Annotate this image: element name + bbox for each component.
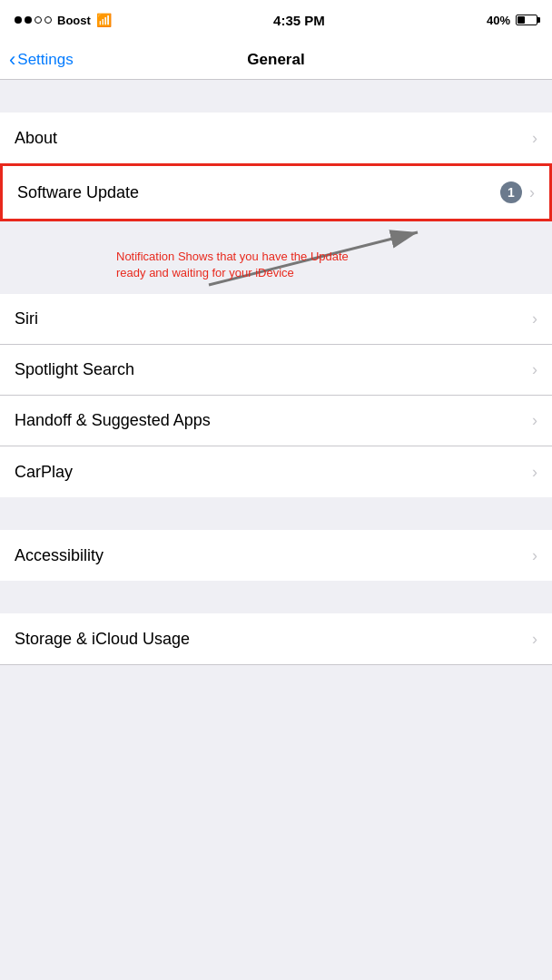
battery-body: [516, 15, 537, 25]
nav-bar: ‹ Settings General: [0, 40, 552, 80]
group-accessibility: Accessibility ›: [0, 530, 552, 581]
spotlight-chevron-icon: ›: [532, 360, 537, 379]
siri-row[interactable]: Siri ›: [0, 294, 552, 345]
battery-fill: [518, 16, 525, 24]
group-about: About ›: [0, 113, 552, 163]
software-update-badge: 1: [500, 181, 522, 203]
accessibility-row[interactable]: Accessibility ›: [0, 530, 552, 581]
storage-row[interactable]: Storage & iCloud Usage ›: [0, 613, 552, 664]
back-button[interactable]: ‹ Settings: [9, 50, 74, 70]
software-update-row[interactable]: Software Update 1 ›: [0, 163, 552, 221]
storage-chevron-icon: ›: [532, 630, 537, 649]
carplay-row[interactable]: CarPlay ›: [0, 446, 552, 497]
carplay-label: CarPlay: [15, 463, 73, 482]
section-gap-mid: [0, 497, 552, 530]
status-left: Boost 📶: [15, 13, 112, 27]
back-chevron-icon: ‹: [9, 50, 15, 70]
about-row-right: ›: [532, 129, 537, 148]
about-row[interactable]: About ›: [0, 113, 552, 163]
bottom-divider: [0, 664, 552, 665]
handoff-row-right: ›: [532, 411, 537, 430]
signal-dot-3: [34, 16, 42, 24]
handoff-row[interactable]: Handoff & Suggested Apps ›: [0, 396, 552, 446]
signal-dots: [15, 16, 52, 24]
nav-title: General: [247, 51, 304, 69]
signal-dot-4: [44, 16, 52, 24]
signal-dot-1: [15, 16, 22, 24]
annotation-area: Notification Shows that you have the Upd…: [0, 221, 552, 294]
accessibility-chevron-icon: ›: [532, 546, 537, 565]
accessibility-label: Accessibility: [15, 546, 104, 565]
battery-percent: 40%: [487, 14, 510, 27]
software-update-row-right: 1 ›: [500, 181, 535, 203]
carplay-row-right: ›: [532, 463, 537, 482]
spotlight-search-row-right: ›: [532, 360, 537, 379]
back-label: Settings: [17, 51, 73, 69]
section-gap-top: [0, 80, 552, 113]
siri-chevron-icon: ›: [532, 309, 537, 328]
storage-row-right: ›: [532, 630, 537, 649]
spotlight-search-row[interactable]: Spotlight Search ›: [0, 345, 552, 396]
section-gap-bottom: [0, 581, 552, 613]
signal-dot-2: [25, 16, 32, 24]
software-update-chevron-icon: ›: [529, 183, 535, 202]
carrier-label: Boost: [57, 14, 91, 27]
spotlight-search-label: Spotlight Search: [15, 360, 134, 379]
accessibility-row-right: ›: [532, 546, 537, 565]
siri-label: Siri: [15, 309, 69, 328]
annotation-text: Notification Shows that you have the Upd…: [116, 249, 352, 281]
handoff-chevron-icon: ›: [532, 411, 537, 430]
status-bar: Boost 📶 4:35 PM 40%: [0, 0, 552, 40]
group-main: Siri › Spotlight Search › Handoff & Sugg…: [0, 294, 552, 497]
storage-label: Storage & iCloud Usage: [15, 630, 190, 649]
siri-row-content: Siri: [15, 309, 532, 328]
carplay-chevron-icon: ›: [532, 463, 537, 482]
battery-icon: [516, 15, 537, 25]
siri-row-right: ›: [532, 309, 537, 328]
handoff-label: Handoff & Suggested Apps: [15, 411, 211, 430]
wifi-icon: 📶: [96, 13, 112, 27]
status-right: 40%: [487, 14, 537, 27]
group-storage: Storage & iCloud Usage ›: [0, 613, 552, 664]
about-chevron-icon: ›: [532, 129, 537, 148]
software-update-label: Software Update: [17, 183, 139, 202]
about-label: About: [15, 129, 57, 148]
status-time: 4:35 PM: [273, 13, 325, 28]
